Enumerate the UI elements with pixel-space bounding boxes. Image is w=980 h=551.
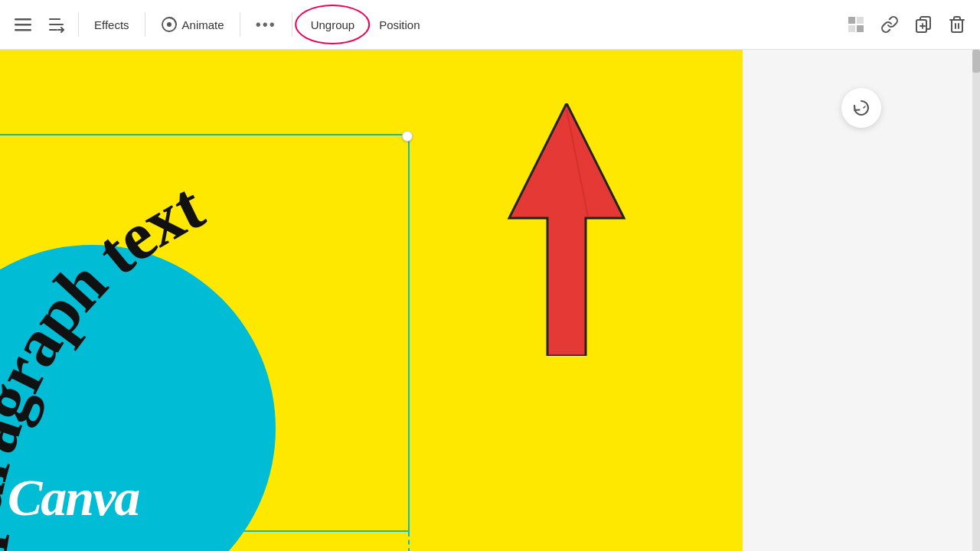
svg-rect-12 [857,25,864,32]
svg-rect-11 [848,25,855,32]
svg-line-23 [864,106,865,108]
design-canvas: paragraph text Canva [0,50,743,551]
divider-1 [78,12,79,37]
canvas-container[interactable]: paragraph text Canva [0,50,743,551]
trash-icon [948,15,966,34]
red-arrow-container [505,103,628,356]
svg-point-8 [167,22,172,27]
menu-button[interactable] [8,9,38,40]
scrollbar-thumb[interactable] [972,50,980,73]
svg-rect-1 [15,24,31,26]
animate-button[interactable]: Animate [152,8,234,41]
refresh-icon [851,98,871,118]
svg-rect-2 [15,29,31,31]
svg-rect-9 [848,17,855,24]
delete-button[interactable] [942,9,972,40]
more-label: ••• [256,16,276,34]
position-label: Position [379,18,420,31]
toolbar: Effects Animate ••• Ungroup Position [0,0,980,50]
svg-rect-10 [857,17,864,24]
refresh-button[interactable] [841,88,881,128]
animate-label: Animate [182,18,224,31]
effects-label: Effects [94,18,129,31]
svg-rect-0 [15,18,31,21]
toolbar-right [841,9,972,40]
animate-icon [161,16,178,33]
more-button[interactable]: ••• [247,8,286,41]
divider-3 [240,12,240,37]
canva-text: Canva [8,468,139,528]
grid-icon [847,15,865,34]
svg-marker-20 [509,103,624,356]
ungroup-label: Ungroup [311,18,355,31]
main-area: paragraph text Canva [0,50,980,551]
link-icon [880,15,899,34]
sort-icon [47,15,66,34]
divider-4 [292,12,292,37]
copy-page-icon [914,15,933,34]
hamburger-icon [15,16,31,33]
copy-page-button[interactable] [908,9,939,40]
sort-order-button[interactable] [41,9,72,40]
effects-button[interactable]: Effects [85,8,139,41]
selection-handle[interactable] [402,131,413,142]
divider-2 [145,12,145,37]
right-sidebar [743,50,980,551]
scrollbar-track[interactable] [972,50,980,551]
transparency-button[interactable] [841,9,871,40]
ungroup-button[interactable]: Ungroup [299,8,368,41]
red-arrow-svg [505,103,628,356]
position-button[interactable]: Position [370,8,429,41]
link-button[interactable] [874,9,905,40]
